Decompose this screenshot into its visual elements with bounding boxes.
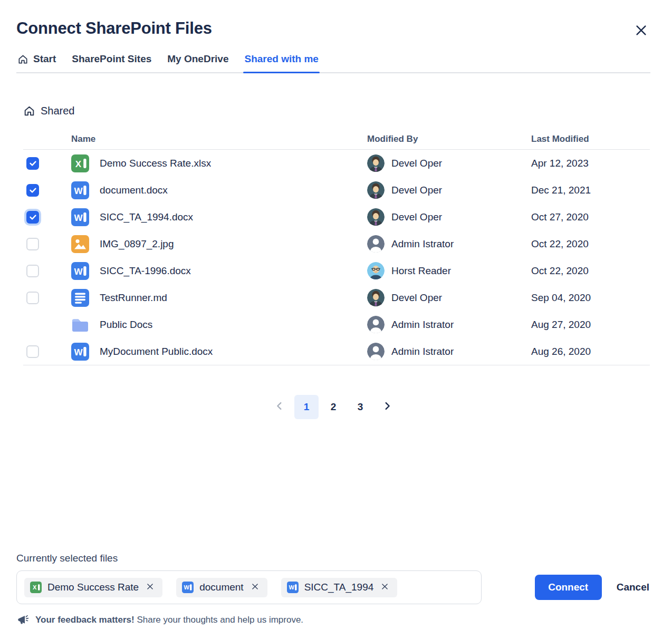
tab-label: My OneDrive — [167, 53, 228, 65]
breadcrumb-label: Shared — [41, 105, 75, 117]
pagination-page-2[interactable]: 2 — [321, 395, 345, 419]
word-icon: W — [71, 208, 89, 226]
feedback-bold: Your feedback matters! — [35, 615, 135, 625]
modified-by-name: Devel Oper — [391, 211, 442, 223]
markdown-icon — [71, 289, 89, 307]
modified-by-cell: Devel Oper — [367, 208, 531, 226]
row-checkbox[interactable] — [26, 292, 39, 304]
modified-by-cell: Devel Oper — [367, 289, 531, 306]
name-cell: TestRunner.md — [71, 289, 367, 307]
row-checkbox[interactable] — [26, 211, 39, 224]
avatar-admin — [367, 235, 385, 253]
dialog-actions: Connect Cancel — [535, 575, 650, 600]
svg-text:X: X — [33, 584, 37, 590]
row-checkbox[interactable] — [26, 157, 39, 170]
name-cell: XDemo Success Rate.xlsx — [71, 154, 367, 172]
feedback-bar: Your feedback matters! Share your though… — [16, 614, 650, 626]
table-header: Name Modified By Last Modified — [23, 131, 650, 150]
header-name: Name — [71, 134, 367, 144]
avatar-admin — [367, 316, 385, 333]
avatar-devel — [367, 154, 385, 172]
avatar-devel — [367, 208, 385, 226]
checkbox-cell — [23, 157, 71, 170]
checkbox-cell — [23, 184, 71, 197]
tab-bar: StartSharePoint SitesMy OneDriveShared w… — [16, 51, 650, 73]
file-name[interactable]: document.docx — [100, 185, 168, 196]
header-modified-by: Modified By — [367, 134, 531, 144]
excel-icon: X — [30, 582, 42, 593]
svg-text:W: W — [74, 266, 83, 276]
chip-remove-button[interactable] — [145, 581, 156, 594]
home-icon — [23, 105, 35, 117]
pagination-page-3[interactable]: 3 — [348, 395, 372, 419]
pagination-prev-button[interactable] — [267, 395, 292, 419]
modified-by-cell: Admin Istrator — [367, 343, 531, 360]
tab-shared-with-me[interactable]: Shared with me — [243, 51, 319, 72]
selected-files-box: XDemo Success RateWdocumentWSICC_TA_1994 — [16, 570, 482, 604]
table-row: XDemo Success Rate.xlsxDevel OperApr 12,… — [23, 150, 650, 177]
modified-by-name: Devel Oper — [391, 185, 442, 196]
file-name[interactable]: TestRunner.md — [100, 292, 167, 304]
close-button[interactable] — [632, 21, 650, 40]
folder-icon — [71, 316, 89, 334]
modified-by-name: Admin Istrator — [391, 238, 454, 250]
file-name[interactable]: SICC_TA-1996.docx — [100, 265, 191, 277]
table-body: XDemo Success Rate.xlsxDevel OperApr 12,… — [23, 150, 650, 365]
name-cell: WMyDocument Public.docx — [71, 343, 367, 361]
tab-my-onedrive[interactable]: My OneDrive — [166, 51, 229, 72]
avatar-horst — [367, 262, 385, 279]
last-modified-cell: Aug 26, 2020 — [531, 346, 650, 357]
checkbox-cell — [23, 265, 71, 277]
file-name[interactable]: MyDocument Public.docx — [100, 346, 213, 357]
file-name[interactable]: Demo Success Rate.xlsx — [100, 158, 211, 169]
chip-remove-button[interactable] — [379, 581, 390, 594]
tab-label: Start — [33, 53, 56, 65]
svg-text:X: X — [75, 159, 82, 169]
word-icon: W — [71, 343, 89, 361]
row-checkbox[interactable] — [26, 265, 39, 277]
breadcrumb[interactable]: Shared — [23, 105, 75, 117]
tab-start[interactable]: Start — [16, 51, 57, 72]
last-modified-date: Apr 12, 2023 — [531, 158, 589, 169]
bottom-row: XDemo Success RateWdocumentWSICC_TA_1994… — [16, 570, 650, 604]
connect-button[interactable]: Connect — [535, 575, 602, 600]
last-modified-date: Aug 27, 2020 — [531, 319, 591, 331]
close-icon — [146, 582, 155, 593]
pagination-page-1[interactable]: 1 — [294, 395, 319, 419]
megaphone-icon — [16, 614, 29, 626]
chevron-left-icon — [274, 400, 285, 414]
last-modified-date: Sep 04, 2020 — [531, 292, 591, 304]
last-modified-date: Oct 22, 2020 — [531, 265, 589, 277]
cancel-button[interactable]: Cancel — [616, 578, 650, 596]
file-name[interactable]: Public Docs — [100, 319, 152, 331]
table-row: Public DocsAdmin IstratorAug 27, 2020 — [23, 311, 650, 338]
chip-label: document — [199, 582, 243, 593]
table-row: WSICC_TA-1996.docxHorst ReaderOct 22, 20… — [23, 257, 650, 284]
selected-file-chip: Wdocument — [176, 578, 267, 597]
tab-sharepoint-sites[interactable]: SharePoint Sites — [71, 51, 152, 72]
row-checkbox[interactable] — [26, 238, 39, 250]
last-modified-cell: Sep 04, 2020 — [531, 292, 650, 304]
last-modified-date: Oct 22, 2020 — [531, 238, 589, 250]
last-modified-cell: Oct 22, 2020 — [531, 265, 650, 277]
page-title: Connect SharePoint Files — [16, 19, 212, 38]
close-icon — [251, 582, 260, 593]
selected-file-chip: WSICC_TA_1994 — [281, 578, 398, 597]
dialog-header: Connect SharePoint Files — [16, 0, 650, 40]
home-icon — [17, 54, 28, 65]
row-checkbox[interactable] — [26, 184, 39, 197]
name-cell: IMG_0897_2.jpg — [71, 235, 367, 253]
last-modified-cell: Oct 27, 2020 — [531, 211, 650, 223]
pagination-next-button[interactable] — [375, 395, 399, 419]
word-icon: W — [287, 582, 299, 593]
checkbox-cell — [23, 211, 71, 224]
chip-remove-button[interactable] — [249, 581, 261, 594]
last-modified-cell: Aug 27, 2020 — [531, 319, 650, 331]
file-name[interactable]: SICC_TA_1994.docx — [100, 211, 193, 223]
row-checkbox[interactable] — [26, 345, 39, 358]
tab-label: SharePoint Sites — [72, 53, 151, 65]
file-name[interactable]: IMG_0897_2.jpg — [100, 238, 174, 250]
chevron-right-icon — [381, 400, 393, 414]
chip-label: Demo Success Rate — [47, 582, 139, 593]
svg-text:W: W — [74, 186, 83, 196]
